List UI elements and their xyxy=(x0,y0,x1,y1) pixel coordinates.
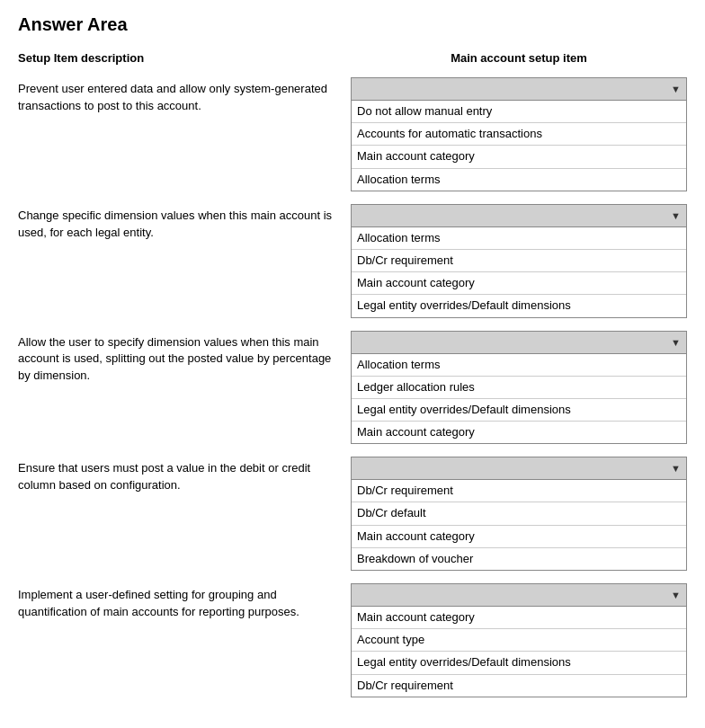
option-5-4[interactable]: Db/Cr requirement xyxy=(352,675,686,697)
dropdown-area-4: ▼Db/Cr requirementDb/Cr defaultMain acco… xyxy=(351,457,687,571)
chevron-down-icon-1: ▼ xyxy=(671,84,681,94)
option-3-4[interactable]: Main account category xyxy=(352,422,686,443)
option-4-4[interactable]: Breakdown of voucher xyxy=(352,548,686,570)
option-2-2[interactable]: Db/Cr requirement xyxy=(352,250,686,272)
header-left: Setup Item description xyxy=(18,51,351,65)
option-4-1[interactable]: Db/Cr requirement xyxy=(352,480,686,502)
description-1: Prevent user entered data and allow only… xyxy=(18,77,351,115)
dropdown-4[interactable]: ▼ xyxy=(351,457,687,480)
qa-row-2: Change specific dimension values when th… xyxy=(18,204,687,318)
description-4: Ensure that users must post a value in t… xyxy=(18,457,351,494)
qa-row-3: Allow the user to specify dimension valu… xyxy=(18,331,687,445)
option-2-3[interactable]: Main account category xyxy=(352,272,686,295)
qa-row-5: Implement a user-defined setting for gro… xyxy=(18,583,687,697)
options-list-1: Do not allow manual entryAccounts for au… xyxy=(351,101,687,191)
description-5: Implement a user-defined setting for gro… xyxy=(18,583,351,621)
option-4-2[interactable]: Db/Cr default xyxy=(352,502,686,525)
qa-rows-container: Prevent user entered data and allow only… xyxy=(18,77,687,697)
options-list-4: Db/Cr requirementDb/Cr defaultMain accou… xyxy=(351,480,687,571)
option-2-4[interactable]: Legal entity overrides/Default dimension… xyxy=(352,295,686,316)
option-5-2[interactable]: Account type xyxy=(352,629,686,652)
dropdown-2[interactable]: ▼ xyxy=(351,204,687,227)
chevron-down-icon-5: ▼ xyxy=(671,590,681,600)
option-5-3[interactable]: Legal entity overrides/Default dimension… xyxy=(352,652,686,674)
dropdown-area-5: ▼Main account categoryAccount typeLegal … xyxy=(351,583,687,697)
dropdown-1[interactable]: ▼ xyxy=(351,77,687,101)
dropdown-5[interactable]: ▼ xyxy=(351,583,687,607)
option-5-1[interactable]: Main account category xyxy=(352,607,686,629)
options-list-3: Allocation termsLedger allocation rulesL… xyxy=(351,354,687,445)
option-1-1[interactable]: Do not allow manual entry xyxy=(352,101,686,123)
page-title: Answer Area xyxy=(18,14,687,35)
option-1-3[interactable]: Main account category xyxy=(352,146,686,168)
options-list-2: Allocation termsDb/Cr requirementMain ac… xyxy=(351,227,687,318)
option-1-2[interactable]: Accounts for automatic transactions xyxy=(352,123,686,146)
header-right: Main account setup item xyxy=(351,51,687,65)
description-2: Change specific dimension values when th… xyxy=(18,204,351,242)
option-3-3[interactable]: Legal entity overrides/Default dimension… xyxy=(352,399,686,422)
qa-row-4: Ensure that users must post a value in t… xyxy=(18,457,687,571)
chevron-down-icon-2: ▼ xyxy=(671,210,681,221)
option-2-1[interactable]: Allocation terms xyxy=(352,227,686,250)
dropdown-3[interactable]: ▼ xyxy=(351,331,687,354)
options-list-5: Main account categoryAccount typeLegal e… xyxy=(351,607,687,697)
chevron-down-icon-3: ▼ xyxy=(671,337,681,348)
option-1-4[interactable]: Allocation terms xyxy=(352,169,686,191)
chevron-down-icon-4: ▼ xyxy=(671,463,681,474)
dropdown-area-3: ▼Allocation termsLedger allocation rules… xyxy=(351,331,687,445)
option-4-3[interactable]: Main account category xyxy=(352,526,686,548)
description-3: Allow the user to specify dimension valu… xyxy=(18,331,351,386)
option-3-1[interactable]: Allocation terms xyxy=(352,354,686,377)
column-headers: Setup Item description Main account setu… xyxy=(18,51,687,68)
dropdown-area-2: ▼Allocation termsDb/Cr requirementMain a… xyxy=(351,204,687,318)
dropdown-area-1: ▼Do not allow manual entryAccounts for a… xyxy=(351,77,687,191)
qa-row-1: Prevent user entered data and allow only… xyxy=(18,77,687,191)
option-3-2[interactable]: Ledger allocation rules xyxy=(352,377,686,399)
